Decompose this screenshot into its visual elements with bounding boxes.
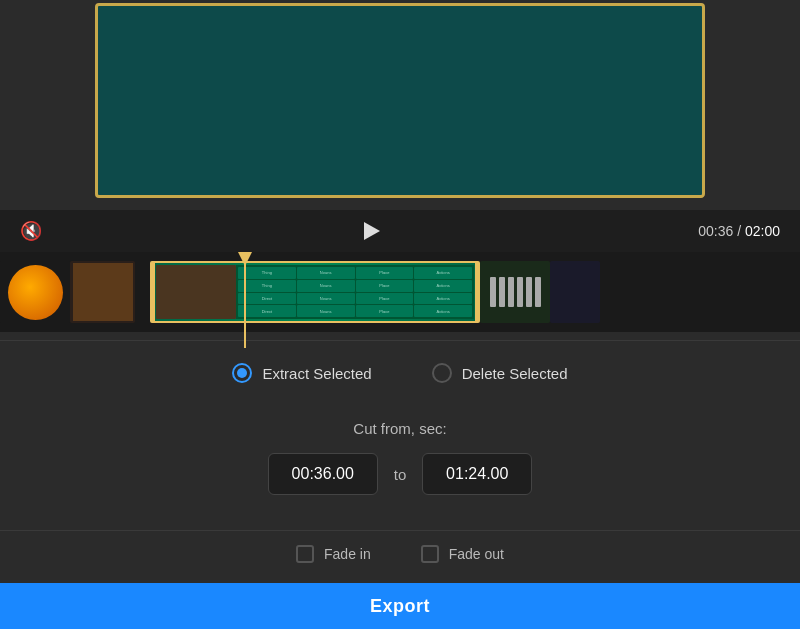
grid-item: Actions bbox=[414, 280, 472, 292]
delete-label: Delete Selected bbox=[462, 365, 568, 382]
total-time: 02:00 bbox=[745, 223, 780, 239]
video-frame bbox=[95, 3, 705, 198]
grid-item: Nouns bbox=[297, 293, 355, 305]
stickfigures bbox=[490, 277, 541, 307]
mute-button[interactable]: 🔇 bbox=[20, 220, 42, 242]
stickfig bbox=[490, 277, 496, 307]
controls-bar: 🔇 00:36 / 02:00 bbox=[0, 210, 800, 252]
grid-item: Nouns bbox=[297, 280, 355, 292]
grid-item: Place bbox=[356, 280, 414, 292]
grid-item: Place bbox=[356, 305, 414, 317]
timeline-gap bbox=[135, 261, 150, 323]
timeline-thumb-right-2 bbox=[550, 261, 600, 323]
grid-item: Thing bbox=[238, 267, 296, 279]
grid-item: Place bbox=[356, 267, 414, 279]
selected-text-grid: Thing Nouns Place Actions Thing Nouns Pl… bbox=[236, 265, 474, 319]
time-separator: / bbox=[737, 223, 745, 239]
cut-section: Cut from, sec: 00:36.00 to 01:24.00 bbox=[0, 420, 800, 495]
fade-out-option[interactable]: Fade out bbox=[421, 545, 504, 563]
current-time: 00:36 bbox=[698, 223, 733, 239]
fade-in-checkbox[interactable] bbox=[296, 545, 314, 563]
orange-circle-thumb bbox=[8, 265, 63, 320]
grid-item: Actions bbox=[414, 293, 472, 305]
play-icon bbox=[364, 222, 380, 240]
extract-radio[interactable] bbox=[232, 363, 252, 383]
extract-label: Extract Selected bbox=[262, 365, 371, 382]
stickfig bbox=[535, 277, 541, 307]
grid-item: Direct bbox=[238, 305, 296, 317]
timeline-thumb-1 bbox=[0, 261, 70, 323]
classroom-thumb bbox=[73, 263, 133, 321]
separator-bottom bbox=[0, 530, 800, 531]
delete-radio[interactable] bbox=[432, 363, 452, 383]
timeline-thumb-2 bbox=[70, 261, 135, 323]
grid-item: Actions bbox=[414, 267, 472, 279]
cut-to-input[interactable]: 01:24.00 bbox=[422, 453, 532, 495]
export-button[interactable]: Export bbox=[0, 583, 800, 629]
options-section: Extract Selected Delete Selected bbox=[0, 348, 800, 398]
timeline-inner: Thing Nouns Place Actions Thing Nouns Pl… bbox=[0, 260, 800, 325]
play-button[interactable] bbox=[353, 214, 387, 248]
selected-img bbox=[156, 265, 236, 319]
stickfig bbox=[526, 277, 532, 307]
timeline[interactable]: Thing Nouns Place Actions Thing Nouns Pl… bbox=[0, 252, 800, 332]
fade-out-label: Fade out bbox=[449, 546, 504, 562]
grid-item: Nouns bbox=[297, 267, 355, 279]
grid-item: Actions bbox=[414, 305, 472, 317]
handle-right[interactable] bbox=[475, 263, 480, 321]
playhead-line bbox=[244, 252, 246, 348]
selected-segment[interactable]: Thing Nouns Place Actions Thing Nouns Pl… bbox=[150, 261, 480, 323]
fade-out-checkbox[interactable] bbox=[421, 545, 439, 563]
cut-from-input[interactable]: 00:36.00 bbox=[268, 453, 378, 495]
to-label: to bbox=[394, 466, 407, 483]
handle-left[interactable] bbox=[150, 263, 155, 321]
selected-content: Thing Nouns Place Actions Thing Nouns Pl… bbox=[152, 263, 478, 321]
stickfig bbox=[508, 277, 514, 307]
grid-item: Place bbox=[356, 293, 414, 305]
grid-item: Direct bbox=[238, 293, 296, 305]
fade-in-option[interactable]: Fade in bbox=[296, 545, 371, 563]
separator-top bbox=[0, 340, 800, 341]
fade-in-label: Fade in bbox=[324, 546, 371, 562]
stickfig bbox=[517, 277, 523, 307]
cut-label: Cut from, sec: bbox=[353, 420, 446, 437]
grid-item: Nouns bbox=[297, 305, 355, 317]
delete-selected-option[interactable]: Delete Selected bbox=[432, 363, 568, 383]
extract-selected-option[interactable]: Extract Selected bbox=[232, 363, 371, 383]
video-preview bbox=[0, 0, 800, 200]
time-display: 00:36 / 02:00 bbox=[698, 223, 780, 239]
stickfig bbox=[499, 277, 505, 307]
timeline-thumb-right-1 bbox=[480, 261, 550, 323]
cut-inputs: 00:36.00 to 01:24.00 bbox=[268, 453, 533, 495]
fade-section: Fade in Fade out bbox=[0, 545, 800, 563]
grid-item: Thing bbox=[238, 280, 296, 292]
